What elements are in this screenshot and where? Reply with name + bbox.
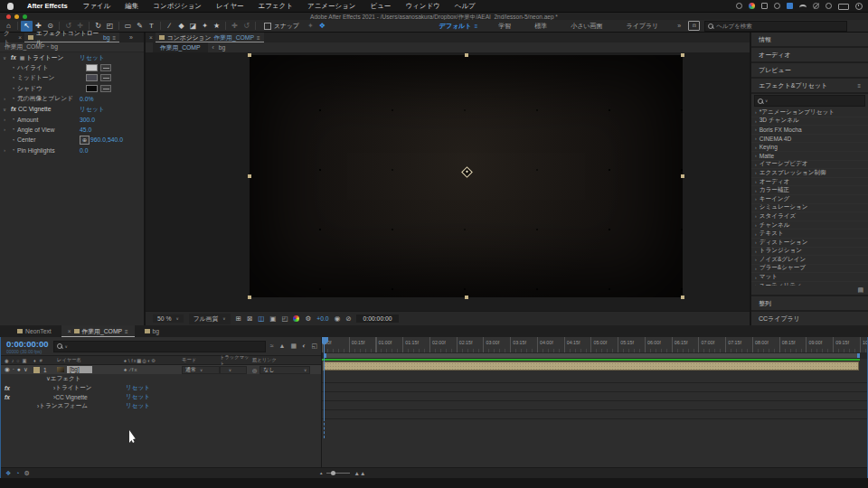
effects-category-row[interactable]: › エクスプレッション制御 bbox=[751, 169, 868, 178]
siri-icon[interactable] bbox=[826, 3, 832, 9]
zoom-out-mountain-icon[interactable]: ▲ bbox=[319, 471, 323, 475]
fx-badge-icon[interactable]: fx bbox=[9, 106, 18, 112]
effects-category-row[interactable]: › Matte bbox=[751, 152, 868, 161]
effects-category-row[interactable]: › Boris FX Mocha bbox=[751, 126, 868, 135]
transform-group-row[interactable]: › トランスフォーム リセット bbox=[1, 401, 321, 410]
twirl-icon[interactable]: › bbox=[755, 222, 757, 228]
menu-item[interactable]: 編集 bbox=[118, 2, 146, 10]
pickwhip-icon[interactable]: ◎ bbox=[252, 367, 257, 373]
apple-menu-icon[interactable] bbox=[7, 3, 14, 10]
twirl-icon[interactable]: › bbox=[755, 275, 757, 280]
effects-category-row[interactable]: › CINEMA 4D bbox=[751, 135, 868, 144]
reset-link[interactable]: リセット bbox=[126, 393, 150, 401]
shadow-color-swatch[interactable] bbox=[86, 85, 98, 92]
property-value[interactable]: 0.0% bbox=[80, 96, 94, 102]
workspace-overflow-chevron[interactable]: » bbox=[670, 23, 688, 29]
effects-category-label[interactable]: シミュレーション bbox=[760, 203, 808, 211]
do-not-disturb-icon[interactable] bbox=[813, 3, 819, 9]
effects-group-label[interactable]: エフェクト bbox=[51, 375, 81, 383]
effects-category-label[interactable]: Boris FX Mocha bbox=[760, 127, 802, 133]
settings-gear-icon[interactable]: ⚙ bbox=[24, 470, 30, 477]
twirl-icon[interactable]: › bbox=[755, 196, 757, 202]
dropbox-icon[interactable] bbox=[761, 3, 768, 9]
channel-color-icon[interactable] bbox=[293, 315, 299, 322]
menu-item[interactable]: コンポジション bbox=[146, 2, 209, 10]
snap-label[interactable]: スナップ bbox=[274, 22, 299, 31]
eyedropper-icon[interactable] bbox=[100, 74, 111, 81]
layer-name-column-header[interactable]: レイヤー名 bbox=[57, 357, 124, 363]
panel-menu-icon[interactable]: ≡ bbox=[857, 83, 861, 89]
twirl-icon[interactable]: › bbox=[755, 213, 757, 219]
audio-panel-header[interactable]: オーディオ bbox=[751, 48, 868, 63]
selection-handle[interactable] bbox=[465, 53, 468, 57]
highlight-color-swatch[interactable] bbox=[86, 64, 98, 71]
stopwatch-icon[interactable]: ◔ bbox=[9, 96, 17, 101]
effects-category-row[interactable]: › マット bbox=[751, 273, 868, 282]
menu-item[interactable]: ビュー bbox=[363, 2, 399, 10]
twirl-icon[interactable]: › bbox=[755, 153, 757, 158]
tab-overflow-chevron[interactable]: » bbox=[122, 34, 140, 41]
stopwatch-icon[interactable]: ◔ bbox=[9, 117, 17, 122]
workspace-tab-learn[interactable]: 学習 bbox=[486, 22, 523, 31]
effects-category-label[interactable]: *アニメーションプリセット bbox=[760, 108, 835, 117]
viewer-tab-comp[interactable]: 作業用_COMP bbox=[153, 42, 208, 53]
fx-badge-icon[interactable]: fx bbox=[3, 394, 12, 400]
libraries-panel-header[interactable]: CCライブラリ bbox=[751, 312, 868, 325]
app-status-icon[interactable] bbox=[787, 3, 793, 9]
twirl-icon[interactable]: › bbox=[755, 170, 757, 175]
stopwatch-icon[interactable]: ◔ bbox=[9, 86, 17, 91]
twirl-icon[interactable]: › bbox=[755, 205, 757, 211]
composition-canvas[interactable] bbox=[250, 55, 683, 297]
selection-handle[interactable] bbox=[248, 53, 251, 57]
bluetooth-icon[interactable] bbox=[774, 3, 780, 9]
magnification-dropdown[interactable]: 50 %∨ bbox=[153, 314, 184, 323]
work-area-end-handle[interactable] bbox=[857, 353, 860, 358]
effects-category-label[interactable]: ディストーション bbox=[760, 239, 808, 247]
effects-category-label[interactable]: キーイング bbox=[760, 195, 790, 203]
selection-handle[interactable] bbox=[465, 296, 468, 299]
effects-category-row[interactable]: › シミュレーション bbox=[751, 204, 868, 213]
info-panel-header[interactable]: 情報 bbox=[751, 33, 868, 48]
close-tab-icon[interactable]: × bbox=[68, 328, 71, 334]
search-options-caret-icon[interactable]: ∨ bbox=[765, 99, 768, 103]
twirl-icon[interactable]: › bbox=[755, 127, 757, 132]
effects-category-label[interactable]: ノイズ&グレイン bbox=[760, 256, 807, 264]
twirl-icon[interactable]: › bbox=[0, 127, 9, 132]
audio-toggle[interactable]: · bbox=[13, 366, 14, 373]
close-tab-icon[interactable]: × bbox=[149, 34, 153, 41]
property-value[interactable]: 0.0 bbox=[80, 147, 88, 154]
workspace-tab-standard[interactable]: 標準 bbox=[523, 22, 559, 31]
stopwatch-icon[interactable]: ◔ bbox=[9, 75, 17, 80]
transform-label[interactable]: トランスフォーム bbox=[39, 402, 88, 410]
twirl-icon[interactable]: › bbox=[755, 162, 757, 167]
effects-category-row[interactable]: › ノイズ&グレイン bbox=[751, 256, 868, 265]
clone-stamp-tool-icon[interactable]: ◆ bbox=[175, 21, 187, 32]
effects-category-label[interactable]: イマーシブビデオ bbox=[760, 160, 808, 168]
composition-tab[interactable]: コンポジション 作業用_COMP ≡ bbox=[156, 33, 264, 42]
transparency-grid-icon[interactable]: ▣ bbox=[269, 314, 276, 323]
brush-tool-icon[interactable]: ∕ bbox=[164, 21, 175, 32]
eraser-tool-icon[interactable]: ◪ bbox=[187, 21, 199, 32]
panel-menu-icon[interactable]: ≡ bbox=[113, 35, 117, 41]
property-row-shadow[interactable]: ◔ シャドウ bbox=[0, 83, 144, 93]
parent-link-column-header[interactable]: 親とリンク bbox=[252, 357, 321, 363]
selection-tool-icon[interactable]: ↖ bbox=[21, 21, 33, 32]
effects-category-row[interactable]: › ディストーション bbox=[751, 239, 868, 248]
exposure-value[interactable]: +0.0 bbox=[316, 315, 328, 322]
help-search-input[interactable] bbox=[716, 23, 816, 29]
effect-controls-tab[interactable]: エフェクトコントロール bg ≡ bbox=[24, 33, 119, 42]
property-row-center[interactable]: ◔ Center ⊕ 960.0,540.0 bbox=[0, 135, 144, 145]
layer-name[interactable]: [bg] bbox=[67, 366, 92, 373]
stopwatch-icon[interactable]: ◔ bbox=[9, 147, 17, 153]
selection-handle[interactable] bbox=[681, 53, 684, 57]
effects-category-label[interactable]: ブラー&シャープ bbox=[760, 264, 806, 272]
twirl-icon[interactable]: › bbox=[755, 231, 757, 237]
effect-row-cc-vignette[interactable]: ∨ fx CC Vignette リセット bbox=[0, 104, 144, 114]
crosshair-icon[interactable]: ⊕ bbox=[80, 136, 90, 145]
effects-category-label[interactable]: CINEMA 4D bbox=[760, 136, 792, 142]
zoom-slider-track[interactable] bbox=[326, 473, 350, 474]
type-tool-icon[interactable]: T bbox=[146, 21, 157, 32]
property-row-amount[interactable]: › ◔ Amount 300.0 bbox=[0, 114, 144, 124]
reset-link[interactable]: リセット bbox=[126, 384, 150, 392]
show-snapshot-icon[interactable]: ⊘ bbox=[345, 314, 351, 323]
